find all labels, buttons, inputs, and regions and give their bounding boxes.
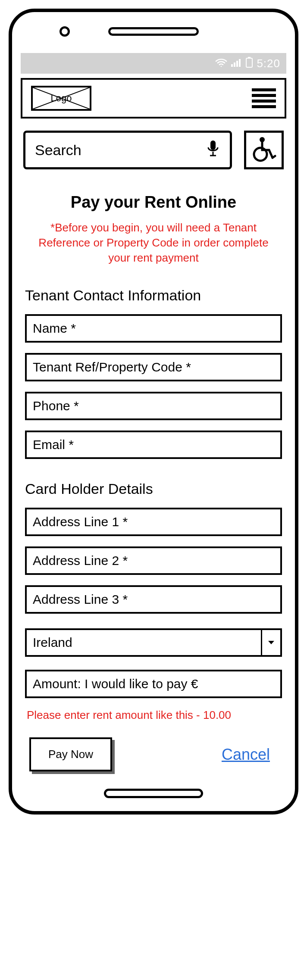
phone-top-hardware	[21, 23, 286, 40]
speaker-slot	[108, 27, 199, 36]
signal-icon	[231, 57, 242, 70]
address3-field[interactable]: Address Line 3 *	[25, 585, 282, 614]
svg-rect-1	[234, 62, 235, 67]
phone-frame: 5:20 Logo Search Pay your Rent Online *B…	[9, 9, 298, 815]
svg-point-12	[254, 148, 267, 161]
amount-field[interactable]: Amount: I would like to pay €	[25, 670, 282, 698]
tenant-ref-field[interactable]: Tenant Ref/Property Code *	[25, 353, 282, 381]
address1-field[interactable]: Address Line 1 *	[25, 508, 282, 536]
menu-icon[interactable]	[252, 88, 276, 108]
pay-now-button[interactable]: Pay Now	[29, 737, 112, 771]
search-input[interactable]: Search	[23, 131, 232, 169]
cancel-link[interactable]: Cancel	[222, 746, 270, 764]
svg-rect-2	[236, 61, 238, 67]
svg-rect-3	[239, 59, 241, 67]
phone-field[interactable]: Phone *	[25, 392, 282, 420]
tenant-section-heading: Tenant Contact Information	[25, 287, 282, 304]
svg-rect-0	[231, 64, 233, 67]
logo-text: Logo	[51, 93, 72, 103]
page-title: Pay your Rent Online	[25, 193, 282, 212]
name-field[interactable]: Name *	[25, 314, 282, 343]
warning-text: *Before you begin, you will need a Tenan…	[29, 220, 278, 265]
address2-field[interactable]: Address Line 2 *	[25, 546, 282, 575]
wifi-icon	[215, 57, 227, 70]
logo[interactable]: Logo	[31, 86, 91, 111]
status-time: 5:20	[257, 57, 280, 70]
status-bar: 5:20	[21, 53, 286, 74]
amount-hint: Please enter rent amount like this - 10.…	[27, 708, 282, 722]
phone-bottom-hardware	[21, 789, 286, 798]
country-select[interactable]: Ireland	[25, 628, 282, 657]
chevron-down-icon	[262, 630, 280, 655]
app-bar: Logo	[21, 78, 286, 119]
svg-rect-8	[210, 140, 216, 150]
microphone-icon[interactable]	[206, 139, 220, 161]
card-section-heading: Card Holder Details	[25, 481, 282, 497]
svg-marker-13	[268, 641, 274, 644]
accessibility-button[interactable]	[244, 131, 284, 169]
camera-dot	[60, 26, 70, 37]
country-value: Ireland	[27, 630, 262, 655]
battery-icon	[245, 56, 253, 71]
home-slot	[104, 789, 203, 798]
wheelchair-icon	[251, 135, 277, 165]
search-placeholder: Search	[35, 142, 206, 159]
svg-rect-4	[246, 58, 252, 67]
email-field[interactable]: Email *	[25, 431, 282, 459]
svg-rect-5	[248, 57, 251, 58]
